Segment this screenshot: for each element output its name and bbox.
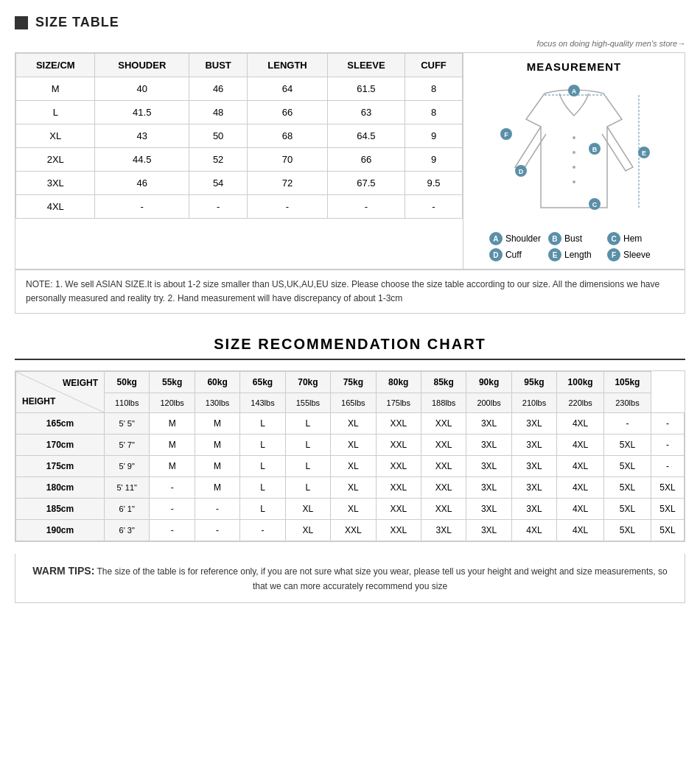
size-table-cell: 46 <box>95 172 189 195</box>
size-table-cell: 50 <box>189 124 248 148</box>
rec-chart-title: SIZE RECOMMENDATION CHART <box>15 336 685 360</box>
rec-size-cell: 3XL <box>466 456 511 477</box>
height-cm: 175cm <box>16 456 105 477</box>
size-table-col-header: LENGTH <box>248 54 328 77</box>
note-label: NOTE: <box>26 279 55 289</box>
size-table-cell: 44.5 <box>95 148 189 172</box>
rec-data-row: 180cm5' 11"-MLLXLXXLXXL3XL3XL4XL5XL5XL <box>16 477 685 499</box>
legend-circle: A <box>489 232 503 245</box>
size-table-row: 4XL----- <box>16 195 463 219</box>
rec-size-cell: 3XL <box>511 413 556 434</box>
weight-header: 100kg <box>557 372 604 393</box>
warm-tips-label: WARM TIPS: <box>32 565 94 577</box>
rec-weight-row: WEIGHT HEIGHT 50kg55kg60kg65kg70kg75kg80… <box>16 372 685 393</box>
rec-size-cell: XXL <box>376 520 421 541</box>
lbs-header: 188lbs <box>421 393 466 413</box>
lbs-header: 155lbs <box>285 393 330 413</box>
size-table-cell: 9 <box>405 124 463 148</box>
rec-size-cell: 4XL <box>557 413 604 434</box>
lbs-header: 220lbs <box>557 393 604 413</box>
rec-size-cell: - <box>150 477 195 499</box>
size-table-cell: 70 <box>248 148 328 172</box>
rec-size-cell: XL <box>285 499 330 520</box>
height-cm: 190cm <box>16 520 105 541</box>
rec-size-cell: 5XL <box>604 434 651 456</box>
rec-size-cell: 3XL <box>466 499 511 520</box>
legend-label: Bust <box>564 233 582 244</box>
svg-text:F: F <box>504 131 508 138</box>
rec-size-cell: 4XL <box>511 520 556 541</box>
size-table-cell: 64 <box>248 77 328 101</box>
rec-size-cell: 3XL <box>511 499 556 520</box>
garment-diagram: A B C D E F <box>486 79 662 226</box>
legend-item: A Shoulder <box>489 232 541 245</box>
legend-item: F Sleeve <box>607 248 659 261</box>
weight-header: 85kg <box>421 372 466 393</box>
rec-size-cell: - <box>240 520 285 541</box>
size-table-header: SIZE TABLE <box>15 15 685 30</box>
rec-size-cell: XXL <box>376 499 421 520</box>
rec-size-cell: M <box>195 456 239 477</box>
size-table-cell: - <box>327 195 405 219</box>
rec-size-cell: 3XL <box>466 520 511 541</box>
legend-item: D Cuff <box>489 248 541 261</box>
rec-size-cell: - <box>604 413 651 434</box>
rec-size-cell: 3XL <box>466 413 511 434</box>
height-ft: 5' 9" <box>105 456 150 477</box>
store-tagline: focus on doing high-quality men's store→ <box>15 39 685 48</box>
rec-size-cell: XXL <box>376 477 421 499</box>
weight-header: 65kg <box>240 372 285 393</box>
height-cm: 170cm <box>16 434 105 456</box>
rec-size-cell: M <box>195 477 239 499</box>
height-ft: 5' 5" <box>105 413 150 434</box>
rec-size-cell: - <box>651 456 684 477</box>
svg-text:D: D <box>519 168 524 175</box>
size-table-col-header: CUFF <box>405 54 463 77</box>
rec-size-cell: XXL <box>376 456 421 477</box>
rec-size-cell: XXL <box>421 434 466 456</box>
rec-size-cell: XL <box>331 456 376 477</box>
note-section: NOTE: 1. We sell ASIAN SIZE.It is about … <box>15 270 685 313</box>
legend-item: B Bust <box>548 232 600 245</box>
size-table-cell: L <box>16 101 95 124</box>
weight-header: 90kg <box>466 372 511 393</box>
warm-tips-section: WARM TIPS: The size of the table is for … <box>15 554 685 603</box>
height-ft: 6' 1" <box>105 499 150 520</box>
warm-tips-text: The size of the table is for reference o… <box>97 566 667 591</box>
weight-header: 105kg <box>604 372 651 393</box>
rec-size-cell: 3XL <box>511 456 556 477</box>
weight-header: 95kg <box>511 372 556 393</box>
rec-size-cell: XL <box>331 413 376 434</box>
rec-size-cell: M <box>150 434 195 456</box>
rec-data-row: 165cm5' 5"MMLLXLXXLXXL3XL3XL4XL-- <box>16 413 685 434</box>
legend-circle: C <box>607 232 620 245</box>
measurement-title: MEASUREMENT <box>527 60 622 73</box>
size-table-cell: 67.5 <box>327 172 405 195</box>
rec-size-cell: L <box>285 434 330 456</box>
size-table-title: SIZE TABLE <box>35 15 119 30</box>
size-table-cell: 40 <box>95 77 189 101</box>
rec-size-cell: L <box>240 499 285 520</box>
svg-point-2 <box>573 166 575 169</box>
rec-size-cell: - <box>651 413 684 434</box>
rec-size-cell: L <box>240 413 285 434</box>
rec-size-cell: XXL <box>421 499 466 520</box>
legend-circle: D <box>489 248 503 261</box>
lbs-header: 230lbs <box>604 393 651 413</box>
rec-size-cell: 5XL <box>651 477 684 499</box>
size-table-cell: 43 <box>95 124 189 148</box>
size-table-row: M40466461.58 <box>16 77 463 101</box>
rec-size-cell: XL <box>331 499 376 520</box>
height-ft: 6' 3" <box>105 520 150 541</box>
size-table-col-header: BUST <box>189 54 248 77</box>
weight-header: 70kg <box>285 372 330 393</box>
svg-point-1 <box>573 151 575 154</box>
lbs-header: 165lbs <box>331 393 376 413</box>
legend-label: Sleeve <box>623 250 651 260</box>
size-data-table: SIZE/CMSHOUDERBUSTLENGTHSLEEVECUFF M4046… <box>15 53 463 269</box>
height-ft: 5' 7" <box>105 434 150 456</box>
weight-header: 50kg <box>105 372 150 393</box>
size-table-cell: 61.5 <box>327 77 405 101</box>
rec-size-cell: XL <box>285 520 330 541</box>
size-table-cell: 4XL <box>16 195 95 219</box>
